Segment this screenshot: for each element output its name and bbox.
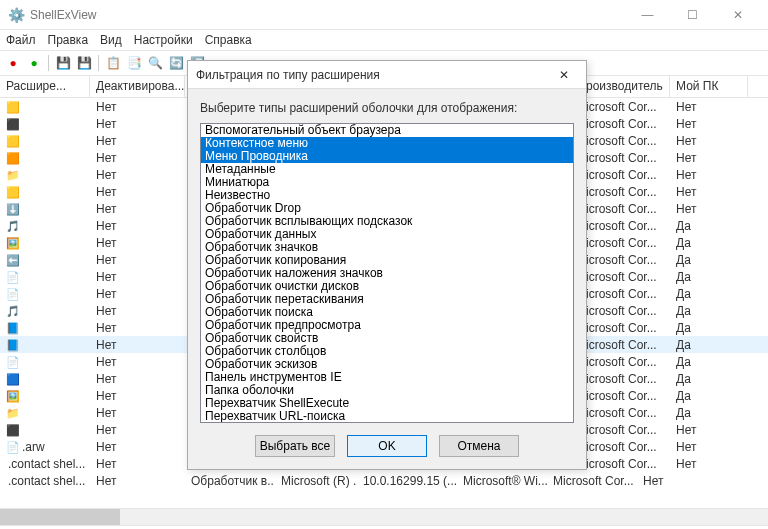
cell-ext: .contact shel... — [0, 457, 90, 471]
cell-ext: 🖼️ — [0, 389, 90, 403]
cell-disabled: Нет — [90, 406, 185, 420]
row-icon: 📁 — [6, 407, 20, 419]
minimize-button[interactable]: — — [625, 1, 670, 29]
col-disabled[interactable]: Деактивирова... — [90, 76, 185, 97]
cell-vendor: icrosoft Cor... — [580, 168, 670, 182]
tb-refresh-icon[interactable]: 🔄 — [167, 54, 185, 72]
cell-vendor: Microsoft Cor... — [547, 474, 637, 488]
cell-ext: 📘 — [0, 338, 90, 352]
row-icon: 📄 — [6, 271, 20, 283]
cell-disabled: Нет — [90, 270, 185, 284]
cell-disabled: Нет — [90, 389, 185, 403]
tb-find-icon[interactable]: 🔍 — [146, 54, 164, 72]
row-icon: 📘 — [6, 322, 20, 334]
hscrollbar[interactable] — [0, 508, 768, 525]
extension-listbox[interactable]: Вспомогательный объект браузераКонтекстн… — [200, 123, 574, 423]
cell-vendor: icrosoft Cor... — [580, 100, 670, 114]
row-icon: 📁 — [6, 169, 20, 181]
cell-ext: 📘 — [0, 321, 90, 335]
menu-options[interactable]: Настройки — [134, 33, 193, 47]
tb-save-icon[interactable]: 💾 — [54, 54, 72, 72]
cell-ext: ⬛ — [0, 423, 90, 437]
cell-ext: 🟦 — [0, 372, 90, 386]
cell-mypc: Да — [670, 253, 748, 267]
cell-ext: 🟧 — [0, 151, 90, 165]
tb-props-icon[interactable]: 📑 — [125, 54, 143, 72]
cell-vendor: icrosoft Cor... — [580, 219, 670, 233]
row-icon: 🟦 — [6, 373, 20, 385]
maximize-button[interactable]: ☐ — [670, 1, 715, 29]
cell-ext: ⬇️ — [0, 202, 90, 216]
cell-disabled: Нет — [90, 253, 185, 267]
cell-disabled: Нет — [90, 474, 185, 488]
cell-mypc: Нет — [670, 440, 748, 454]
menu-edit[interactable]: Правка — [48, 33, 89, 47]
cell-mypc: Да — [670, 355, 748, 369]
cell-vendor: icrosoft Cor... — [580, 236, 670, 250]
cell-mypc: Да — [670, 406, 748, 420]
cell-disabled: Нет — [90, 321, 185, 335]
cell-vendor: icrosoft Cor... — [580, 253, 670, 267]
cell-ext: 🖼️ — [0, 236, 90, 250]
cell-mypc: Да — [670, 372, 748, 386]
cell-disabled: Нет — [90, 100, 185, 114]
tb-red-icon[interactable]: ● — [4, 54, 22, 72]
row-icon: ⬅️ — [6, 254, 20, 266]
cell-mypc: Нет — [670, 117, 748, 131]
menu-view[interactable]: Вид — [100, 33, 122, 47]
cell-mypc: Да — [670, 338, 748, 352]
tb-green-icon[interactable]: ● — [25, 54, 43, 72]
cell-vendor: icrosoft Cor... — [580, 185, 670, 199]
dialog-close-icon[interactable]: ✕ — [550, 68, 578, 82]
cancel-button[interactable]: Отмена — [439, 435, 519, 457]
menu-help[interactable]: Справка — [205, 33, 252, 47]
col-mypc[interactable]: Мой ПК — [670, 76, 748, 97]
cell-mypc: Нет — [670, 185, 748, 199]
col-vendor[interactable]: роизводитель — [580, 76, 670, 97]
row-icon: ⬇️ — [6, 203, 20, 215]
cell-vendor: icrosoft Cor... — [580, 287, 670, 301]
cell-vendor: icrosoft Cor... — [580, 406, 670, 420]
row-icon: 🖼️ — [6, 237, 20, 249]
row-icon: 🎵 — [6, 305, 20, 317]
row-icon: 🎵 — [6, 220, 20, 232]
cell-vendor: icrosoft Cor... — [580, 202, 670, 216]
tb-copy-icon[interactable]: 📋 — [104, 54, 122, 72]
cell-mypc: Нет — [670, 100, 748, 114]
select-all-button[interactable]: Выбрать все — [255, 435, 335, 457]
filter-dialog: Фильтрация по типу расширения ✕ Выберите… — [187, 60, 587, 470]
row-icon: 🟨 — [6, 135, 20, 147]
cell-mypc: Нет — [670, 457, 748, 471]
cell-disabled: Нет — [90, 304, 185, 318]
ok-button[interactable]: OK — [347, 435, 427, 457]
cell-disabled: Нет — [90, 457, 185, 471]
cell-ext: 📄.arw — [0, 440, 90, 454]
tb-saveall-icon[interactable]: 💾 — [75, 54, 93, 72]
cell-mypc: Нет — [670, 151, 748, 165]
cell-ext: 🟨 — [0, 185, 90, 199]
titlebar: ⚙️ ShellExView — ☐ ✕ — [0, 0, 768, 30]
cell-ext: ⬅️ — [0, 253, 90, 267]
cell-disabled: Нет — [90, 134, 185, 148]
close-button[interactable]: ✕ — [715, 1, 760, 29]
table-row[interactable]: .contact shel...НетОбработчик в...Micros… — [0, 472, 768, 489]
cell-ext: 🟨 — [0, 100, 90, 114]
statusbar: Элементов: 247, выбрано: 1 — [0, 525, 768, 529]
cell-disabled: Нет — [90, 372, 185, 386]
row-icon: ⬛ — [6, 118, 20, 130]
cell-vendor: icrosoft Cor... — [580, 304, 670, 318]
cell-disabled: Нет — [90, 440, 185, 454]
menu-file[interactable]: Файл — [6, 33, 36, 47]
cell-ext: 🟨 — [0, 134, 90, 148]
row-icon: 🖼️ — [6, 390, 20, 402]
cell-ext: 📄 — [0, 270, 90, 284]
cell-disabled: Нет — [90, 287, 185, 301]
cell-mypc: Да — [670, 304, 748, 318]
cell-vendor: icrosoft Cor... — [580, 117, 670, 131]
row-icon: 📄 — [6, 288, 20, 300]
cell-mypc: Да — [670, 389, 748, 403]
window-title: ShellExView — [30, 8, 625, 22]
col-ext[interactable]: Расшире... — [0, 76, 90, 97]
dialog-title: Фильтрация по типу расширения — [196, 68, 550, 82]
cell-disabled: Нет — [90, 168, 185, 182]
